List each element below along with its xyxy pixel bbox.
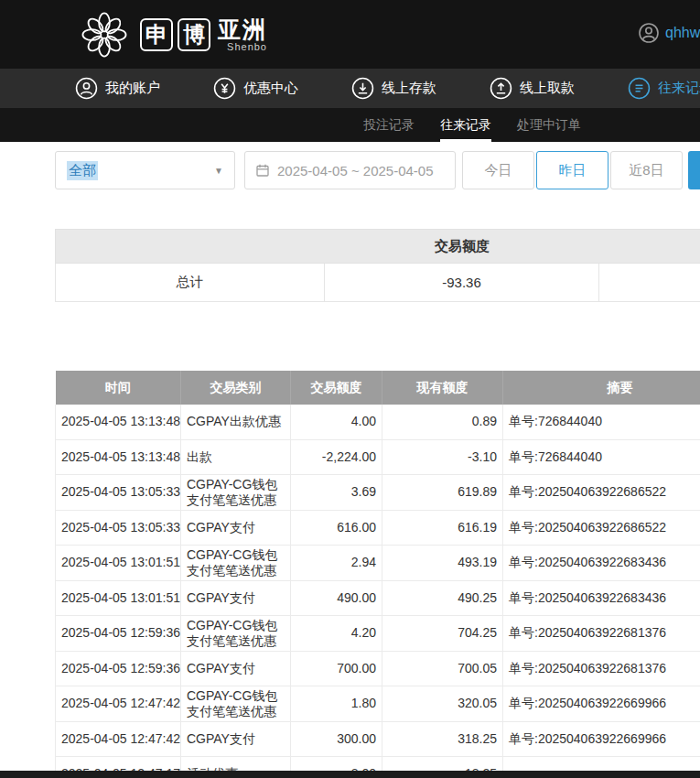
table-row: 2025-04-05 12:59:36 CGPAY支付 700.00 700.0… — [56, 651, 700, 686]
cell-amount: 490.00 — [291, 580, 382, 615]
cell-time: 2025-04-05 13:13:48 — [56, 405, 181, 439]
cell-amount: 616.00 — [291, 510, 382, 545]
type-filter-select[interactable]: 全部 ▼ — [55, 151, 235, 189]
column-header-time: 时间 — [56, 371, 181, 405]
yesterday-button[interactable]: 昨日 — [536, 151, 608, 189]
nav-item-promotions[interactable]: 优惠中心 — [213, 77, 298, 100]
cell-time: 2025-04-05 13:05:33 — [56, 474, 181, 510]
cell-type: CGPAY出款优惠 — [181, 405, 291, 439]
username: qhhw — [665, 25, 700, 41]
cell-amount: 4.00 — [291, 405, 382, 439]
summary-title: 交易额度 — [55, 229, 700, 264]
nav-label: 线上存款 — [382, 80, 436, 97]
cell-memo: 单号:726844040 — [503, 439, 700, 474]
last-8-days-button[interactable]: 近8日 — [610, 151, 683, 189]
promotions-icon — [213, 77, 236, 100]
summary-empty-cell — [599, 264, 700, 302]
records-icon — [628, 77, 651, 100]
transactions-body: 2025-04-05 13:13:48 CGPAY出款优惠 4.00 0.89 … — [56, 405, 700, 778]
cell-amount: 300.00 — [291, 721, 382, 756]
brand-logo[interactable]: 申 博 亚洲 Shenbo — [78, 8, 267, 61]
cell-type: CGPAY支付 — [181, 721, 291, 756]
table-row: 2025-04-05 13:05:33 CGPAY支付 616.00 616.1… — [56, 510, 700, 545]
cell-amount: -2,224.00 — [291, 439, 382, 474]
nav-item-transaction-records[interactable]: 往来记录 — [628, 77, 700, 100]
summary-total-row: 总计 -93.36 — [55, 264, 700, 302]
cell-balance: 490.25 — [382, 580, 503, 615]
date-range-value: 2025-04-05 ~ 2025-04-05 — [277, 163, 434, 178]
table-row: 2025-04-05 12:59:36 CGPAY-CG钱包支付笔笔送优惠 4.… — [56, 615, 700, 651]
today-button[interactable]: 今日 — [462, 151, 534, 189]
cell-balance: 619.89 — [382, 474, 503, 510]
cell-balance: 318.25 — [382, 721, 503, 756]
logo-char-box-1: 申 — [140, 18, 173, 51]
cell-time: 2025-04-05 13:05:33 — [56, 510, 181, 545]
column-header-balance: 现有额度 — [382, 371, 503, 405]
top-header: 申 博 亚洲 Shenbo qhhw — [0, 0, 700, 69]
table-row: 2025-04-05 13:13:48 出款 -2,224.00 -3.10 单… — [56, 439, 700, 474]
deposit-icon — [351, 77, 374, 100]
cell-memo: 单号:202504063922681376 — [503, 615, 700, 651]
summary-table: 交易额度 总计 -93.36 — [55, 229, 700, 302]
cell-type: CGPAY支付 — [181, 651, 291, 686]
nav-item-online-withdrawal[interactable]: 线上取款 — [490, 77, 575, 100]
cell-balance: 704.25 — [382, 615, 503, 651]
cell-time: 2025-04-05 13:13:48 — [56, 439, 181, 474]
filter-bar: 全部 ▼ 2025-04-05 ~ 2025-04-05 今日 昨日 近8日 — [55, 151, 700, 189]
logo-char-box-2: 博 — [178, 18, 210, 51]
cell-time: 2025-04-05 12:59:36 — [56, 615, 181, 651]
cell-type: CGPAY-CG钱包支付笔笔送优惠 — [181, 474, 291, 510]
main-navigation: 我的账户 优惠中心 线上存款 线上取款 — [0, 69, 700, 108]
date-range-picker[interactable]: 2025-04-05 ~ 2025-04-05 — [244, 151, 456, 189]
sub-navigation: 投注记录 往来记录 处理中订单 — [0, 108, 700, 142]
column-header-memo: 摘要 — [503, 371, 700, 405]
cell-memo: 单号:726844040 — [503, 405, 700, 439]
brand-text: 申 博 亚洲 Shenbo — [140, 17, 267, 52]
cell-balance: -3.10 — [382, 439, 503, 474]
cell-memo: 单号:202504063922686522 — [503, 474, 700, 510]
search-button[interactable] — [688, 151, 700, 189]
table-row: 2025-04-05 13:13:48 CGPAY出款优惠 4.00 0.89 … — [56, 405, 700, 439]
column-header-amount: 交易额度 — [291, 371, 382, 405]
summary-total-label: 总计 — [55, 264, 325, 302]
nav-item-online-deposit[interactable]: 线上存款 — [351, 77, 436, 100]
account-icon — [75, 77, 98, 100]
tab-processing-orders[interactable]: 处理中订单 — [517, 108, 581, 142]
user-avatar-icon — [638, 22, 660, 44]
type-filter-value: 全部 — [67, 161, 98, 180]
table-row: 2025-04-05 13:05:33 CGPAY-CG钱包支付笔笔送优惠 3.… — [56, 474, 700, 510]
cell-memo: 单号:202504063922686522 — [503, 510, 700, 545]
table-row: 2025-04-05 12:47:42 CGPAY-CG钱包支付笔笔送优惠 1.… — [56, 686, 700, 721]
cell-time: 2025-04-05 12:47:42 — [56, 721, 181, 756]
transactions-table: 时间 交易类别 交易额度 现有额度 摘要 2025-04-05 13:13:48… — [55, 371, 700, 778]
cell-amount: 700.00 — [291, 651, 382, 686]
cell-balance: 700.05 — [382, 651, 503, 686]
brand-subtitle: Shenbo — [227, 41, 267, 52]
nav-label: 我的账户 — [105, 80, 160, 97]
summary-total-value: -93.36 — [325, 264, 599, 302]
nav-label: 往来记录 — [658, 80, 700, 97]
tab-transaction-records[interactable]: 往来记录 — [440, 108, 491, 142]
cell-time: 2025-04-05 13:01:51 — [56, 580, 181, 615]
brand-suffix: 亚洲 — [218, 17, 267, 41]
calendar-icon — [255, 163, 270, 178]
cell-memo: 单号:202504063922669966 — [503, 721, 700, 756]
table-header-row: 时间 交易类别 交易额度 现有额度 摘要 — [56, 371, 700, 405]
cell-time: 2025-04-05 13:01:51 — [56, 545, 181, 580]
cell-type: CGPAY-CG钱包支付笔笔送优惠 — [181, 545, 291, 580]
cell-time: 2025-04-05 12:59:36 — [56, 651, 181, 686]
cell-type: CGPAY支付 — [181, 510, 291, 545]
footer-bar — [0, 771, 700, 778]
cell-amount: 4.20 — [291, 615, 382, 651]
nav-label: 优惠中心 — [243, 80, 298, 97]
nav-item-my-account[interactable]: 我的账户 — [75, 77, 160, 100]
tab-betting-records[interactable]: 投注记录 — [363, 108, 415, 142]
nav-label: 线上取款 — [520, 80, 575, 97]
cell-balance: 320.05 — [382, 686, 503, 721]
table-row: 2025-04-05 13:01:51 CGPAY-CG钱包支付笔笔送优惠 2.… — [56, 545, 700, 580]
cell-type: 出款 — [181, 439, 291, 474]
user-menu[interactable]: qhhw — [638, 22, 700, 44]
cell-amount: 3.69 — [291, 474, 382, 510]
cell-memo: 单号:202504063922669966 — [503, 686, 700, 721]
table-row: 2025-04-05 12:47:42 CGPAY支付 300.00 318.2… — [56, 721, 700, 756]
